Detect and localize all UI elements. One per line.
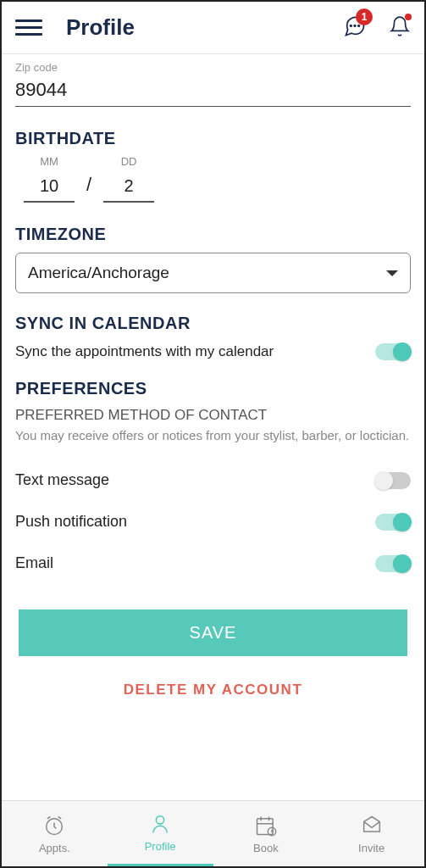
birthdate-title: BIRTHDATE	[15, 129, 411, 148]
month-input[interactable]: 10	[24, 173, 75, 203]
envelope-icon	[359, 814, 385, 837]
sync-description: Sync the appointments with my calendar	[15, 343, 274, 360]
month-label: MM	[40, 155, 58, 168]
bottom-nav: Appts. Profile Book Invite	[2, 800, 424, 866]
sync-toggle[interactable]	[375, 343, 411, 360]
svg-point-0	[351, 25, 352, 26]
pref-row-push: Push notification	[15, 501, 411, 542]
page-title: Profile	[66, 14, 343, 41]
chat-button[interactable]: 1	[343, 14, 367, 42]
preferences-description: You may receive offers or notices from y…	[15, 427, 411, 444]
content-scroll[interactable]: Zip code 89044 BIRTHDATE MM 10 / DD 2 TI…	[2, 54, 424, 800]
sync-row: Sync the appointments with my calendar	[15, 343, 411, 360]
delete-account-button[interactable]: DELETE MY ACCOUNT	[15, 682, 411, 698]
birthdate-row: MM 10 / DD 2	[24, 155, 411, 203]
notifications-button[interactable]	[389, 15, 411, 41]
nav-invite[interactable]: Invite	[318, 801, 424, 866]
chat-badge: 1	[356, 8, 373, 25]
nav-label: Book	[253, 842, 279, 854]
nav-label: Profile	[145, 840, 176, 853]
profile-icon	[147, 812, 173, 836]
day-label: DD	[121, 155, 137, 168]
chevron-down-icon	[386, 270, 398, 276]
clock-icon	[41, 814, 67, 837]
app-header: Profile 1	[2, 2, 424, 54]
preferences-title: PREFERENCES	[15, 379, 411, 398]
pref-label: Email	[15, 554, 53, 572]
timezone-title: TIMEZONE	[15, 225, 411, 244]
birthdate-month-field: MM 10	[24, 155, 75, 203]
calendar-icon	[253, 814, 279, 837]
nav-label: Invite	[358, 842, 385, 854]
svg-point-1	[354, 25, 356, 26]
pref-label: Text message	[15, 471, 109, 489]
text-message-toggle[interactable]	[375, 472, 411, 489]
pref-label: Push notification	[15, 513, 127, 531]
nav-book[interactable]: Book	[213, 801, 319, 866]
sync-title: SYNC IN CALENDAR	[15, 314, 411, 333]
timezone-dropdown[interactable]: America/Anchorage	[15, 253, 411, 293]
pref-row-email: Email	[15, 542, 411, 584]
zip-input[interactable]: 89044	[15, 74, 411, 107]
svg-point-4	[156, 816, 163, 824]
pref-row-text: Text message	[15, 459, 411, 501]
nav-label: Appts.	[39, 842, 70, 854]
svg-point-2	[358, 25, 360, 26]
nav-appts[interactable]: Appts.	[2, 801, 108, 866]
notification-dot-icon	[405, 14, 412, 20]
menu-button[interactable]	[15, 14, 42, 42]
save-button[interactable]: SAVE	[19, 609, 407, 656]
date-separator: /	[86, 174, 91, 203]
day-input[interactable]: 2	[103, 173, 154, 203]
push-notification-toggle[interactable]	[375, 514, 411, 531]
nav-profile[interactable]: Profile	[108, 801, 213, 866]
birthdate-day-field: DD 2	[103, 155, 154, 203]
hamburger-icon	[15, 19, 42, 22]
email-toggle[interactable]	[375, 555, 411, 572]
preferences-subtitle: PREFERRED METHOD OF CONTACT	[15, 407, 411, 424]
timezone-value: America/Anchorage	[28, 264, 169, 282]
header-actions: 1	[343, 14, 411, 42]
svg-rect-5	[257, 818, 273, 834]
zip-label: Zip code	[15, 61, 411, 74]
